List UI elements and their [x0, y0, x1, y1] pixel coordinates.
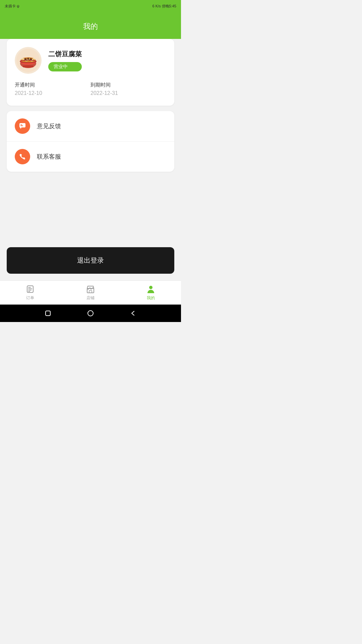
android-recent-button[interactable] — [44, 310, 52, 317]
bowl-icon — [16, 48, 41, 73]
svg-rect-17 — [28, 288, 32, 289]
svg-rect-11 — [23, 65, 34, 67]
nav-orders-label: 订单 — [26, 295, 34, 301]
svg-point-5 — [27, 58, 29, 60]
back-icon — [129, 310, 137, 317]
store-top: 二饼豆腐菜 营业中 — [15, 47, 166, 74]
svg-rect-19 — [28, 291, 30, 292]
android-back-button[interactable] — [129, 310, 137, 317]
store-card: 二饼豆腐菜 营业中 开通时间 2021-12-10 到期时间 2022-12-3… — [7, 39, 174, 106]
svg-rect-14 — [20, 125, 23, 126]
android-nav-bar — [0, 305, 181, 322]
chat-icon — [18, 122, 26, 130]
phone-icon — [18, 153, 26, 161]
nav-orders[interactable]: 订单 — [0, 281, 60, 305]
open-date-item: 开通时间 2021-12-10 — [15, 82, 90, 96]
store-dates: 开通时间 2021-12-10 到期时间 2022-12-31 — [15, 82, 166, 96]
support-icon-bg — [15, 149, 30, 164]
expire-date-item: 到期时间 2022-12-31 — [90, 82, 166, 96]
status-left: 未插卡 ψ — [5, 4, 19, 9]
open-date-value: 2021-12-10 — [15, 90, 90, 96]
user-icon — [146, 284, 156, 294]
store-info: 二饼豆腐菜 营业中 — [48, 50, 82, 71]
orders-icon — [25, 284, 35, 294]
svg-rect-16 — [28, 287, 31, 288]
store-icon — [86, 284, 95, 294]
main-content: 二饼豆腐菜 营业中 开通时间 2021-12-10 到期时间 2022-12-3… — [0, 39, 181, 216]
expire-date-value: 2022-12-31 — [90, 90, 166, 96]
bottom-nav: 订单 店铺 我的 — [0, 280, 181, 305]
page-title: 我的 — [0, 21, 181, 32]
store-status-badge: 营业中 — [48, 62, 82, 71]
open-date-label: 开通时间 — [15, 82, 90, 88]
status-right: 6 K/s 傍晚5:45 — [152, 4, 176, 9]
svg-point-24 — [88, 311, 93, 316]
recent-icon — [44, 310, 52, 317]
logout-button[interactable]: 退出登录 — [7, 247, 174, 274]
expire-date-label: 到期时间 — [90, 82, 166, 88]
menu-card: 意见反馈 联系客服 — [7, 111, 174, 172]
svg-rect-18 — [28, 290, 32, 290]
store-name: 二饼豆腐菜 — [48, 50, 82, 59]
nav-store[interactable]: 店铺 — [60, 281, 121, 305]
nav-mine[interactable]: 我的 — [121, 281, 181, 305]
store-avatar — [15, 47, 42, 74]
feedback-menu-item[interactable]: 意见反馈 — [7, 111, 174, 142]
feedback-icon-bg — [15, 118, 30, 134]
svg-rect-23 — [46, 311, 50, 316]
home-icon — [87, 310, 94, 317]
support-label: 联系客服 — [37, 153, 61, 161]
svg-point-22 — [149, 286, 153, 289]
android-home-button[interactable] — [87, 310, 94, 317]
svg-rect-13 — [20, 124, 22, 125]
feedback-label: 意见反馈 — [37, 122, 61, 130]
svg-rect-21 — [89, 290, 92, 293]
nav-store-label: 店铺 — [86, 295, 95, 301]
nav-mine-label: 我的 — [147, 295, 155, 301]
status-bar: 未插卡 ψ 6 K/s 傍晚5:45 — [0, 0, 181, 12]
support-menu-item[interactable]: 联系客服 — [7, 142, 174, 172]
